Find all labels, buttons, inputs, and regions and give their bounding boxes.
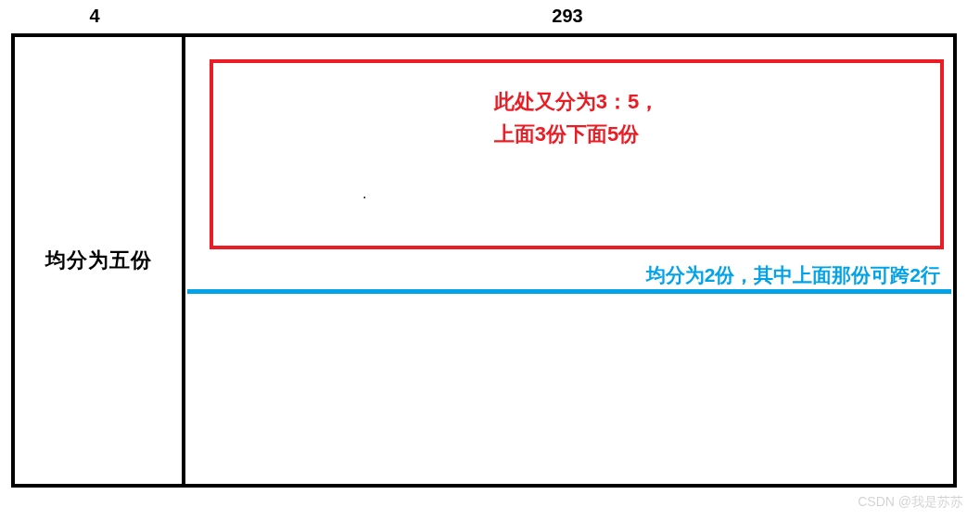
header-right-label: 293 [178, 6, 957, 27]
red-annotation-box: 此处又分为3：5， 上面3份下面5份 [210, 59, 944, 249]
red-line-2: 上面3份下面5份 [494, 118, 659, 150]
red-annotation-text: 此处又分为3：5， 上面3份下面5份 [494, 85, 659, 150]
blue-annotation-text: 均分为2份，其中上面那份可跨2行 [646, 262, 940, 288]
header-left-label: 4 [11, 6, 178, 27]
blue-divider-line [187, 289, 951, 294]
outer-container: 均分为五份 此处又分为3：5， 上面3份下面5份 . 均分为2份，其中上面那份可… [11, 33, 957, 488]
header-row: 4 293 [11, 0, 957, 33]
dot-mark: . [363, 185, 366, 202]
red-line-1: 此处又分为3：5， [494, 85, 659, 118]
vertical-divider [182, 37, 185, 484]
watermark: CSDN @我是苏苏 [858, 494, 963, 511]
left-panel-label: 均分为五份 [15, 247, 182, 274]
